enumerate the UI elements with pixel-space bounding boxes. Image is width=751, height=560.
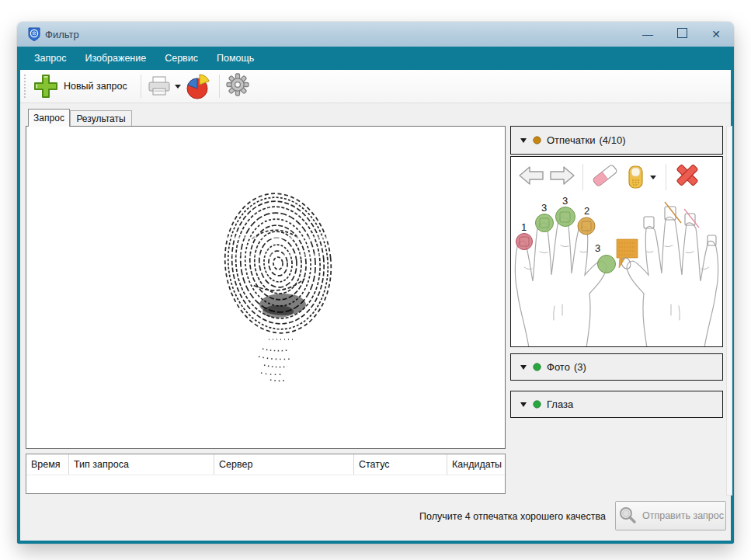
- app-window: Фильтр — ✕ Запрос Изображение Сервис Пом…: [17, 22, 734, 544]
- toolbar-separator-2: [219, 75, 220, 98]
- print-button[interactable]: [147, 75, 184, 97]
- finger-mark-left-middle[interactable]: 3: [556, 195, 575, 227]
- statistics-button[interactable]: [184, 72, 214, 100]
- magnifier-icon: [617, 506, 638, 526]
- finger-mark-left-little[interactable]: 1: [516, 221, 533, 250]
- eyes-section-header[interactable]: Глаза: [510, 391, 723, 418]
- svg-text:3: 3: [541, 202, 547, 214]
- print-dropdown-caret[interactable]: [175, 85, 181, 89]
- erase-button[interactable]: [589, 162, 621, 193]
- column-header-server[interactable]: Сервер: [214, 454, 354, 475]
- fingerprints-status-icon: [533, 136, 541, 144]
- toolbar-grip[interactable]: [24, 75, 28, 98]
- right-hand-nails: [620, 207, 716, 270]
- eyes-status-icon: [533, 400, 541, 409]
- table-body-empty: [26, 475, 505, 494]
- quality-hint-text: Получите 4 отпечатка хорошего качества: [334, 510, 606, 523]
- finger-mark-left-index[interactable]: 2: [578, 205, 595, 235]
- photo-section-header[interactable]: Фото (3): [510, 353, 723, 381]
- previous-finger-button[interactable]: [517, 164, 545, 190]
- hands-diagram[interactable]: 1 3 3 2 3: [512, 194, 721, 346]
- photo-section-title: Фото: [547, 361, 570, 373]
- menu-help[interactable]: Помощь: [207, 47, 263, 70]
- svg-text:3: 3: [562, 195, 568, 207]
- main-toolbar: Новый запрос: [20, 70, 731, 103]
- menu-service[interactable]: Сервис: [155, 47, 207, 70]
- title-bar[interactable]: Фильтр — ✕: [17, 22, 734, 47]
- arrow-right-icon: [548, 164, 576, 187]
- finger-mark-left-thumb[interactable]: 3: [595, 242, 616, 273]
- eyes-section-title: Глаза: [547, 398, 573, 410]
- toolbar-separator: [141, 75, 141, 98]
- fingertip-icon: [624, 165, 647, 190]
- delete-x-icon: [673, 162, 702, 189]
- gear-icon: [225, 72, 250, 97]
- new-request-label: Новый запрос: [64, 81, 127, 92]
- column-header-candidates[interactable]: Кандидаты: [447, 454, 505, 475]
- delete-fingerprint-button[interactable]: [673, 162, 702, 192]
- settings-button[interactable]: [225, 72, 250, 100]
- new-request-button[interactable]: Новый запрос: [33, 73, 135, 99]
- capture-toolbar-separator-2: [666, 164, 666, 190]
- scan-dropdown-caret[interactable]: [650, 176, 656, 179]
- arrow-left-icon: [517, 164, 545, 187]
- collapse-arrow-icon[interactable]: [520, 138, 527, 143]
- panel-scrollbar[interactable]: [726, 126, 732, 496]
- printer-icon: [147, 75, 172, 97]
- tab-results[interactable]: Результаты: [70, 110, 132, 127]
- svg-text:2: 2: [584, 205, 589, 217]
- menu-request[interactable]: Запрос: [25, 47, 75, 70]
- minimize-button[interactable]: —: [641, 28, 655, 40]
- eraser-icon: [589, 162, 621, 190]
- fingerprints-section-title: Отпечатки: [547, 134, 596, 146]
- capture-toolbar: [511, 160, 722, 194]
- column-header-time[interactable]: Время: [26, 454, 69, 475]
- collapse-arrow-icon[interactable]: [520, 365, 527, 370]
- app-logo-icon: [26, 26, 42, 42]
- photo-status-icon: [533, 363, 541, 371]
- menu-bar: Запрос Изображение Сервис Помощь: [17, 47, 734, 70]
- table-header-row: Время Тип запроса Сервер Статус Кандидат…: [26, 454, 505, 475]
- collapse-arrow-icon[interactable]: [520, 402, 527, 407]
- fingerprint-viewer[interactable]: [26, 126, 506, 449]
- fingerprints-section-header[interactable]: Отпечатки (4/10): [510, 126, 723, 155]
- close-button[interactable]: ✕: [709, 28, 723, 40]
- right-hand[interactable]: [627, 217, 718, 346]
- window-frame-bottom: [17, 541, 734, 544]
- history-table: Время Тип запроса Сервер Статус Кандидат…: [26, 454, 506, 494]
- column-header-status[interactable]: Статус: [354, 454, 447, 475]
- next-finger-button[interactable]: [548, 164, 576, 190]
- fingerprints-count: (4/10): [600, 134, 626, 146]
- finger-mark-left-ring[interactable]: 3: [536, 202, 554, 232]
- tab-request[interactable]: Запрос: [28, 109, 70, 127]
- pie-chart-icon: [184, 72, 214, 100]
- maximize-icon: [677, 28, 687, 38]
- send-request-button[interactable]: Отправить запрос: [615, 501, 726, 530]
- scan-finger-button[interactable]: [624, 165, 659, 190]
- photo-count: (3): [574, 361, 586, 373]
- window-title: Фильтр: [45, 29, 79, 40]
- column-header-query-type[interactable]: Тип запроса: [69, 454, 214, 475]
- send-request-label: Отправить запрос: [642, 510, 724, 521]
- plus-icon: [33, 73, 59, 99]
- menu-image[interactable]: Изображение: [75, 47, 155, 70]
- fingerprints-panel: 1 3 3 2 3: [510, 156, 723, 347]
- svg-text:3: 3: [595, 242, 600, 254]
- fingerprint-image: [216, 190, 348, 384]
- capture-toolbar-separator: [582, 164, 583, 190]
- maximize-button[interactable]: [675, 28, 689, 40]
- svg-text:1: 1: [521, 221, 527, 233]
- fingerprint-callout[interactable]: [617, 239, 638, 268]
